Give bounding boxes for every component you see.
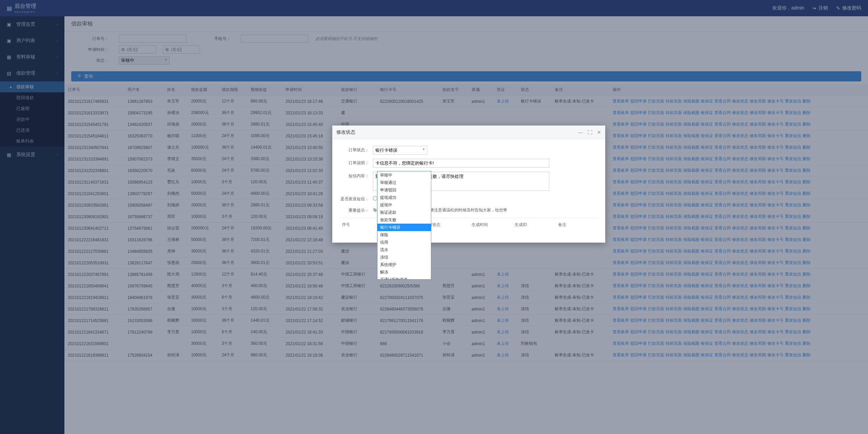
order-desc-label: 订单说明： (339, 159, 373, 166)
modal-title: 修改状态 (336, 129, 355, 135)
maximize-icon[interactable]: ⛶ (588, 130, 592, 135)
dropdown-option[interactable]: 冻结 (377, 253, 431, 261)
tip-label: 重要提示： (339, 206, 373, 213)
dropdown-option[interactable]: 信用 (377, 239, 431, 246)
dropdown-option[interactable]: 解冻 (377, 268, 431, 276)
history-col: 生成时间 (469, 221, 512, 229)
order-desc-input[interactable] (373, 159, 549, 168)
dropdown-option[interactable]: 提现中 (377, 201, 431, 209)
dropdown-option[interactable]: 审核中 (377, 171, 431, 179)
status-dropdown: 审核中审核通过申请驳回提现成功提现中验证还款放款失败银行卡错误保险信用流水冻结系… (377, 171, 431, 280)
minimize-icon[interactable]: — (578, 130, 583, 135)
dropdown-option[interactable]: 验证还款 (377, 209, 431, 216)
order-status-label: 订单状态： (339, 146, 373, 153)
close-icon[interactable]: ✕ (597, 130, 601, 135)
dropdown-option[interactable]: 申请驳回 (377, 186, 431, 194)
dropdown-option[interactable]: 银行卡错误 (377, 224, 431, 231)
dropdown-option[interactable]: 提现成功 (377, 194, 431, 201)
history-col: 新状态 (426, 221, 469, 229)
dropdown-option[interactable]: 开通U盾验道道 (377, 276, 431, 280)
dropdown-option[interactable]: 流水 (377, 246, 431, 253)
dropdown-option[interactable]: 保险 (377, 231, 431, 239)
history-col: 序号 (339, 221, 382, 229)
modal-titlebar[interactable]: 修改状态 — ⛶ ✕ (332, 126, 605, 139)
sms-content-label: 短信内容： (339, 172, 373, 179)
history-col: 备注 (555, 221, 599, 229)
dropdown-option[interactable]: 系统维护 (377, 261, 431, 268)
send-sms-label: 是否发送短信： (339, 195, 373, 202)
status-modal: 修改状态 — ⛶ ✕ 订单状态： 订单说明： 短信内容： 是否发送短信： 是 否 (332, 126, 605, 243)
dropdown-option[interactable]: 放款失败 (377, 216, 431, 224)
order-status-select[interactable] (373, 146, 427, 155)
history-col: 生成ID (512, 221, 555, 229)
dropdown-option[interactable]: 审核通过 (377, 179, 431, 186)
